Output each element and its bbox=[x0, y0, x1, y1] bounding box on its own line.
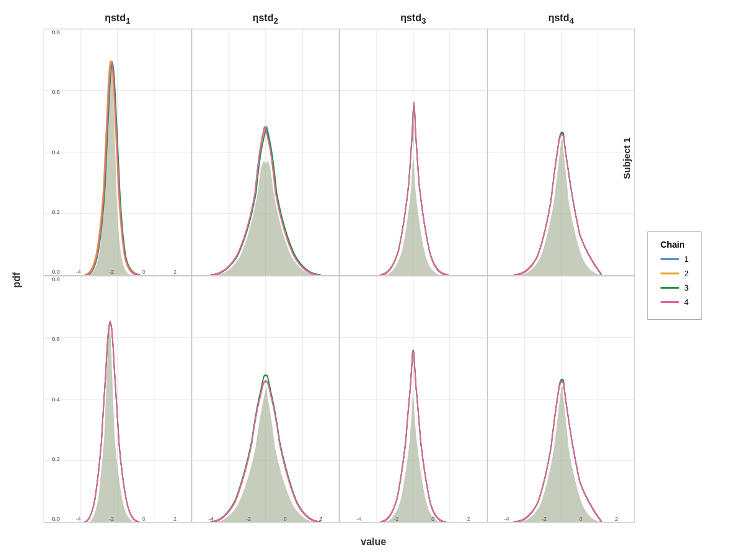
legend-item-1: 1 bbox=[660, 254, 688, 264]
x-axis-label: value bbox=[361, 536, 387, 548]
legend-area: Chain 1 2 3 4 Subject 1 bbox=[635, 29, 735, 523]
plot-r1c1: -4-202 bbox=[192, 276, 340, 523]
legend-label-4: 4 bbox=[684, 297, 688, 307]
legend-line-2 bbox=[660, 273, 679, 274]
col-header-2: ηstd2 bbox=[192, 12, 340, 26]
col-header-4: ηstd4 bbox=[487, 12, 636, 26]
legend-line-3 bbox=[660, 287, 679, 289]
legend-item-2: 2 bbox=[660, 269, 688, 278]
x-tick-labels-r1c1: -4-202 bbox=[192, 516, 339, 522]
row-label-1: Subject 1 bbox=[621, 138, 632, 179]
col-header-3: ηstd3 bbox=[339, 12, 487, 26]
y-tick-labels-r1c0: 0.80.60.40.20.0 bbox=[44, 276, 62, 522]
legend-box: Chain 1 2 3 4 bbox=[647, 231, 702, 320]
plot-r0c3 bbox=[487, 29, 636, 276]
legend-label-2: 2 bbox=[684, 269, 688, 278]
y-axis-label: pdf bbox=[11, 273, 22, 288]
legend-line-1 bbox=[660, 258, 679, 260]
legend-label-1: 1 bbox=[684, 254, 688, 264]
legend-item-3: 3 bbox=[660, 283, 688, 292]
x-tick-labels-r1c2: -4-202 bbox=[340, 516, 487, 522]
x-tick-labels-r1c0: -4-202 bbox=[62, 516, 191, 522]
chart-container: pdf value ηstd1 ηstd2 ηstd3 ηstd4 bbox=[0, 0, 747, 560]
plot-r1c0: 0.80.60.40.20.0 -4-202 bbox=[44, 276, 192, 523]
plot-r0c0: 0.80.60.40.20.0 -4-202 bbox=[44, 29, 192, 276]
plot-grid: 0.80.60.40.20.0 -4-202 bbox=[44, 29, 735, 523]
column-headers: ηstd1 ηstd2 ηstd3 ηstd4 bbox=[44, 12, 735, 29]
x-tick-labels-r1c3: -4-202 bbox=[488, 516, 635, 522]
legend-item-4: 4 bbox=[660, 297, 688, 307]
legend-line-4 bbox=[660, 301, 679, 303]
y-tick-labels-r0c0: 0.80.60.40.20.0 bbox=[44, 29, 62, 275]
plot-r1c3: -4-202 bbox=[487, 276, 636, 523]
x-tick-labels-r0c0: -4-202 bbox=[62, 269, 191, 275]
col-header-1: ηstd1 bbox=[44, 12, 192, 26]
plot-r0c2 bbox=[339, 29, 487, 276]
plot-r0c1 bbox=[192, 29, 340, 276]
legend-title: Chain bbox=[660, 240, 688, 250]
legend-label-3: 3 bbox=[684, 283, 688, 292]
plot-r1c2: -4-202 bbox=[339, 276, 487, 523]
